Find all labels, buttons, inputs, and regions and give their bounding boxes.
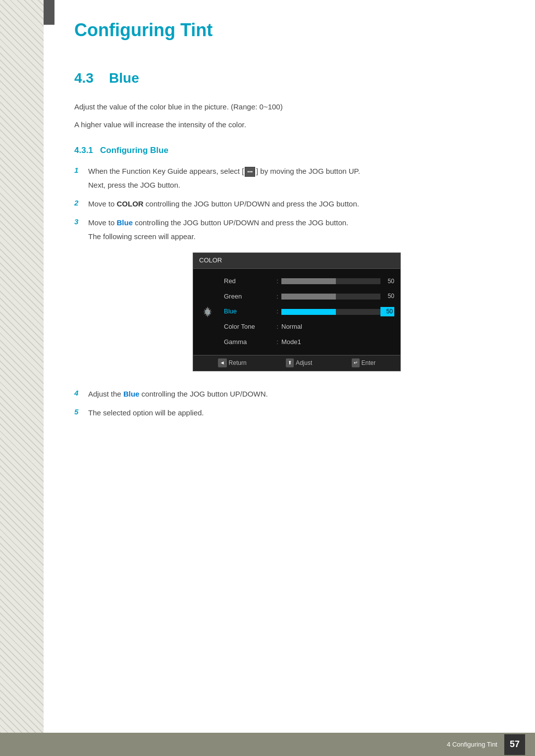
screen-row-gamma-value: Mode1	[281, 337, 301, 348]
screen-row-colortone: Color Tone : Normal	[222, 319, 396, 335]
step-3-content: Move to Blue controlling the JOG button …	[88, 217, 505, 381]
step-4-text-after: controlling the JOG button UP/DOWN.	[139, 390, 268, 398]
screen-row-blue-label: Blue	[224, 306, 273, 317]
step-3-text-before: Move to	[88, 218, 117, 227]
screen-mockup: COLOR 🔧	[193, 252, 401, 371]
section-heading: 4.3 Blue	[74, 70, 505, 86]
screen-row-red: Red : 50	[222, 274, 396, 289]
step-3-text-after: controlling the JOG button UP/DOWN and p…	[133, 218, 348, 227]
footer-return-label: Return	[229, 358, 247, 368]
adjust-icon: ⬆	[286, 358, 294, 367]
body-text-1: Adjust the value of the color blue in th…	[74, 101, 505, 113]
settings-icon: 🔧	[200, 304, 215, 319]
step-2-text-before: Move to	[88, 200, 117, 208]
screen-row-gamma: Gamma : Mode1	[222, 335, 396, 350]
footer-adjust-label: Adjust	[296, 358, 312, 368]
jog-icon: ▪▪▪	[245, 167, 255, 177]
screen-row-red-label: Red	[224, 276, 273, 287]
footer-btn-adjust: ⬆ Adjust	[286, 358, 312, 368]
screen-bar-red	[281, 278, 380, 284]
sidebar-hatch	[0, 0, 44, 733]
step-4-number: 4	[74, 388, 88, 397]
screen-row-blue: Blue : 50	[222, 304, 396, 319]
step-2: 2 Move to COLOR controlling the JOG butt…	[74, 198, 505, 210]
screen-row-colortone-label: Color Tone	[224, 322, 273, 332]
screen-icon-col: 🔧	[193, 274, 218, 350]
step-3: 3 Move to Blue controlling the JOG butto…	[74, 217, 505, 381]
footer-btn-enter: ↵ Enter	[352, 358, 376, 368]
step-3-subtext: The following screen will appear.	[88, 231, 505, 243]
step-4: 4 Adjust the Blue controlling the JOG bu…	[74, 388, 505, 400]
section-title: Blue	[109, 70, 139, 86]
main-content: Configuring Tint 4.3 Blue Adjust the val…	[54, 0, 535, 475]
section-number: 4.3	[74, 70, 94, 86]
steps-list: 1 When the Function Key Guide appears, s…	[74, 165, 505, 419]
step-4-text-before: Adjust the	[88, 390, 123, 398]
step-3-number: 3	[74, 217, 88, 226]
step-2-bold-word: COLOR	[117, 200, 144, 208]
footer-breadcrumb: 4 Configuring Tint	[447, 741, 497, 748]
svg-text:🔧: 🔧	[206, 310, 211, 315]
step-2-text-after: controlling the JOG button UP/DOWN and p…	[144, 200, 359, 208]
screen-row-green-value: 50	[380, 292, 394, 301]
screen-row-gamma-label: Gamma	[224, 337, 273, 348]
step-1-subtext: Next, press the JOG button.	[88, 179, 505, 191]
screen-row-colortone-value: Normal	[281, 322, 302, 332]
page-title: Configuring Tint	[74, 20, 505, 41]
screen-bar-blue	[281, 309, 380, 315]
step-5-number: 5	[74, 407, 88, 416]
screen-footer: ◄ Return ⬆ Adjust ↵ Enter	[193, 355, 400, 371]
enter-icon: ↵	[352, 358, 360, 367]
step-1-content: When the Function Key Guide appears, sel…	[88, 165, 505, 191]
subsection-title: Configuring Blue	[100, 146, 168, 155]
step-1-text-after: ] by moving the JOG button UP.	[256, 167, 360, 175]
footer-enter-label: Enter	[362, 358, 376, 368]
screen-header: COLOR	[193, 253, 400, 269]
step-1-number: 1	[74, 165, 88, 174]
step-5-content: The selected option will be applied.	[88, 407, 505, 419]
body-text-2: A higher value will increase the intensi…	[74, 119, 505, 131]
screen-row-green: Green : 50	[222, 289, 396, 304]
step-3-bold-word: Blue	[117, 218, 133, 227]
sidebar-block	[44, 0, 54, 25]
footer-page-number: 57	[504, 734, 525, 755]
step-4-content: Adjust the Blue controlling the JOG butt…	[88, 388, 505, 400]
subsection-number: 4.3.1	[74, 146, 93, 155]
step-2-content: Move to COLOR controlling the JOG button…	[88, 198, 505, 210]
screen-row-red-value: 50	[380, 277, 394, 286]
step-2-number: 2	[74, 198, 88, 207]
page-footer: 4 Configuring Tint 57	[0, 733, 535, 756]
screen-rows: Red : 50 Gree	[218, 274, 400, 350]
step-1-text-before: When the Function Key Guide appears, sel…	[88, 167, 244, 175]
screen-bar-green	[281, 294, 380, 300]
screen-body: 🔧 Red :	[193, 269, 400, 355]
step-5: 5 The selected option will be applied.	[74, 407, 505, 419]
return-icon: ◄	[218, 358, 227, 367]
footer-btn-return: ◄ Return	[218, 358, 247, 368]
step-1: 1 When the Function Key Guide appears, s…	[74, 165, 505, 191]
subsection-heading: 4.3.1 Configuring Blue	[74, 146, 505, 155]
screen-row-blue-value: 50	[380, 307, 394, 316]
screen-row-green-label: Green	[224, 292, 273, 302]
step-4-bold-word: Blue	[123, 390, 140, 398]
